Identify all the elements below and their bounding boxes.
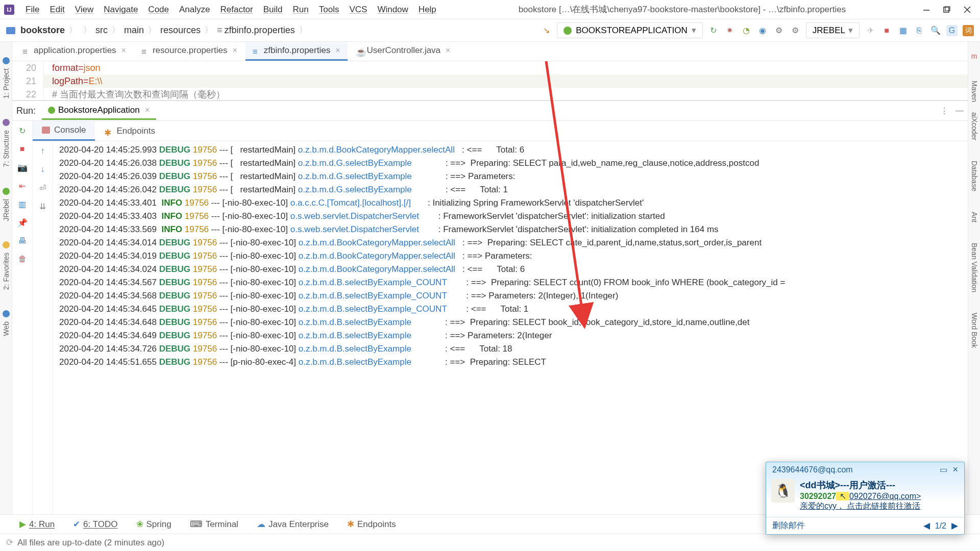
close-icon[interactable]: × — [335, 46, 340, 55]
rerun-icon[interactable]: ↻ — [17, 125, 28, 136]
paperplane-icon[interactable]: ✈ — [865, 25, 876, 36]
word-icon[interactable]: 词 — [963, 25, 974, 36]
stripe-ant[interactable]: Ant — [970, 212, 978, 222]
maximize-button[interactable] — [943, 6, 950, 13]
stop-icon[interactable]: ■ — [881, 25, 892, 36]
mail-delete-button[interactable]: 删除邮件 — [772, 520, 805, 531]
mail-next-icon[interactable]: ▶ — [951, 520, 958, 531]
stripe-web[interactable]: Web — [2, 321, 10, 336]
tab-resource-properties[interactable]: ≡ resource.properties × — [134, 42, 244, 61]
menu-build[interactable]: Build — [258, 3, 288, 17]
stripe-word[interactable]: Word Book — [970, 313, 978, 348]
menu-edit[interactable]: Edit — [44, 3, 69, 17]
bottom-tab-terminal[interactable]: ⌨Terminal — [190, 519, 238, 530]
run-tab-bookstore[interactable]: BookstoreApplication × — [42, 102, 156, 120]
mail-window-icon[interactable]: ▭ — [940, 465, 947, 474]
console-icon — [42, 127, 50, 134]
log-line: 2020-04-20 14:45:26.038 DEBUG 19756 --- … — [59, 157, 968, 170]
stop-icon[interactable]: ■ — [17, 143, 28, 155]
stripe-database[interactable]: Database — [970, 161, 978, 191]
close-icon[interactable]: × — [232, 46, 237, 55]
subtab-console[interactable]: Console — [33, 121, 95, 141]
tab-zfbinfo-properties[interactable]: ≡ zfbinfo.properties × — [246, 42, 348, 61]
jrebel-selector[interactable]: JREBEL ▾ — [806, 22, 860, 38]
bottom-tab-todo[interactable]: ✔6: TODO — [73, 519, 117, 530]
search-icon[interactable]: 🔍 — [930, 25, 941, 36]
stripe-aix[interactable]: aiXcoder — [970, 112, 978, 140]
run-label: Run: — [16, 106, 36, 116]
jrebel-debug-icon[interactable]: ⚙ — [790, 25, 801, 36]
endpoints-icon[interactable]: ⎘ — [914, 25, 925, 36]
mail-body-link[interactable]: 亲爱的cyy， 点击此链接前往激活 — [800, 501, 959, 512]
grid-icon[interactable]: ▦ — [897, 25, 909, 36]
debug-icon[interactable]: ✷ — [724, 25, 736, 36]
mail-title[interactable]: <dd书城>---用户激活--- — [800, 479, 959, 491]
endpoints-icon: ✱ — [104, 128, 112, 135]
log-line: 2020-04-20 14:45:34.649 DEBUG 19756 --- … — [59, 329, 968, 342]
menu-window[interactable]: Window — [372, 3, 413, 17]
bottom-tab-jee[interactable]: ☁Java Enterprise — [257, 519, 329, 530]
more-icon[interactable]: ⋮ — [940, 106, 948, 116]
menu-analyze[interactable]: Analyze — [174, 3, 215, 17]
jrebel-run-icon[interactable]: ⚙ — [773, 25, 785, 36]
stripe-project[interactable]: 1: Project — [2, 68, 10, 98]
log-line: 2020-04-20 14:45:34.024 DEBUG 19756 --- … — [59, 263, 968, 276]
stripe-structure[interactable]: 7: Structure — [2, 130, 10, 167]
close-button[interactable] — [964, 6, 971, 13]
stripe-maven[interactable]: Maven — [970, 81, 978, 102]
menu-tools[interactable]: Tools — [314, 3, 345, 17]
subtab-endpoints[interactable]: ✱ Endpoints — [95, 121, 164, 141]
pin-icon[interactable]: 📌 — [17, 217, 28, 228]
menu-view[interactable]: View — [70, 3, 99, 17]
bc-src[interactable]: src — [95, 25, 108, 36]
stripe-favorites[interactable]: 2: Favorites — [2, 253, 10, 290]
minimize-button[interactable] — [923, 6, 930, 13]
menu-file[interactable]: File — [20, 3, 44, 17]
exit-icon[interactable]: ⇤ — [17, 180, 28, 191]
profile-icon[interactable]: ◉ — [757, 25, 768, 36]
bc-resources[interactable]: resources — [160, 25, 201, 36]
coverage-icon[interactable]: ◔ — [741, 25, 752, 36]
menu-code[interactable]: Code — [143, 3, 174, 17]
code-editor[interactable]: 20format=json 21logPath=E:\\ 22# 当面付最大查询… — [12, 61, 968, 101]
log-line: 2020-04-20 14:45:25.993 DEBUG 19756 --- … — [59, 143, 968, 157]
scroll-icon[interactable]: ⇊ — [37, 201, 48, 212]
print-icon[interactable]: 🖶 — [17, 235, 28, 246]
minimize-icon[interactable]: — — [955, 106, 964, 116]
translate-icon[interactable]: G — [946, 25, 958, 36]
camera-icon[interactable]: 📷 — [17, 162, 28, 173]
bottom-tab-run[interactable]: ▶4: Run — [19, 519, 55, 530]
tab-application-properties[interactable]: ≡ application.properties × — [15, 42, 133, 61]
menu-help[interactable]: Help — [413, 3, 442, 17]
menu-refactor[interactable]: Refactor — [215, 3, 258, 17]
menu-navigate[interactable]: Navigate — [99, 3, 143, 17]
up-icon[interactable]: ↑ — [37, 145, 48, 157]
properties-icon: ≡ — [22, 47, 31, 54]
close-icon[interactable]: × — [145, 105, 150, 115]
close-icon[interactable]: × — [446, 46, 450, 55]
close-icon[interactable]: × — [121, 46, 126, 55]
hammer-icon[interactable]: ↘ — [541, 25, 552, 36]
menu-vcs[interactable]: VCS — [344, 3, 372, 17]
mail-sender-line[interactable]: 30292027 ↖ 0920276@qq.com> — [800, 491, 959, 501]
log-line: 2020-04-20 14:45:34.014 DEBUG 19756 --- … — [59, 236, 968, 249]
down-icon[interactable]: ↓ — [37, 164, 48, 175]
mail-close-icon[interactable]: × — [950, 464, 960, 475]
run-config-selector[interactable]: BOOKSTOREAPPLICATION ▾ — [557, 22, 703, 38]
menu-run[interactable]: Run — [288, 3, 314, 17]
rerun-icon[interactable]: ↻ — [708, 25, 719, 36]
stripe-jrebel[interactable]: JRebel — [2, 199, 10, 221]
mail-prev-icon[interactable]: ◀ — [923, 520, 930, 531]
trash-icon[interactable]: 🗑 — [17, 254, 28, 265]
bc-bookstore[interactable]: bookstore — [20, 25, 65, 36]
tab-usercontroller[interactable]: ☕ UserController.java × — [349, 42, 458, 61]
layout-icon[interactable]: ▥ — [17, 198, 28, 210]
properties-icon: ≡ — [217, 25, 223, 36]
bc-main[interactable]: main — [124, 25, 144, 36]
bc-file[interactable]: zfbinfo.properties — [225, 25, 295, 36]
wrap-icon[interactable]: ⏎ — [37, 182, 48, 193]
menubar: IJ File Edit View Navigate Code Analyze … — [0, 0, 980, 19]
bottom-tab-endpoints[interactable]: ✱Endpoints — [347, 519, 396, 530]
bottom-tab-spring[interactable]: ❀Spring — [136, 519, 172, 530]
stripe-bean[interactable]: Bean Validation — [970, 243, 978, 292]
